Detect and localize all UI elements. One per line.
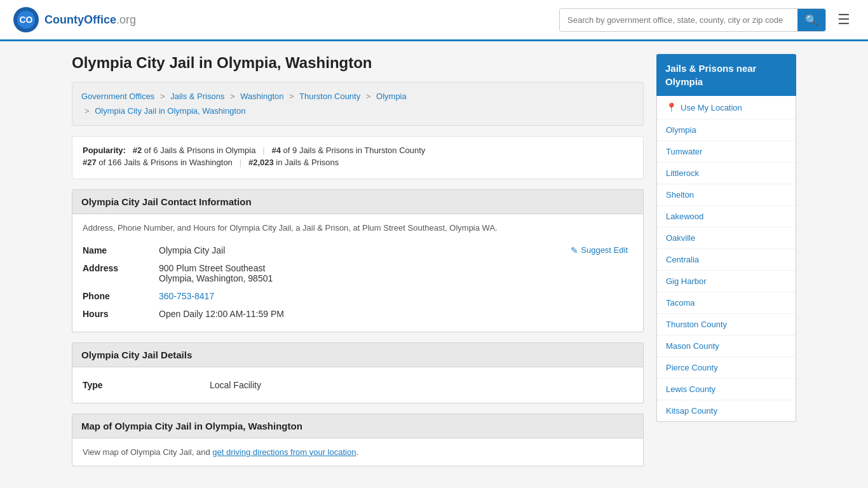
contact-info-card: Address, Phone Number, and Hours for Oly… [72, 214, 644, 332]
breadcrumb-olympia[interactable]: Olympia [376, 92, 407, 101]
pop-rank-1: #2 [133, 146, 142, 155]
details-section-header: Olympia City Jail Details [72, 342, 644, 367]
breadcrumb-washington[interactable]: Washington [240, 92, 283, 101]
map-description: View map of Olympia City Jail, and get d… [83, 447, 633, 457]
breadcrumb-government-offices[interactable]: Government Offices [81, 92, 154, 101]
name-value: Olympia City Jail ✎ Suggest Edit [159, 241, 633, 259]
breadcrumb-thurston-county[interactable]: Thurston County [299, 92, 360, 101]
svg-text:CO: CO [20, 15, 33, 25]
sidebar-item-centralia: Centralia [657, 249, 796, 271]
phone-value: 360-753-8417 [159, 287, 633, 305]
map-section-header: Map of Olympia City Jail in Olympia, Was… [72, 414, 644, 438]
suggest-edit-icon: ✎ [571, 245, 578, 255]
contact-description: Address, Phone Number, and Hours for Oly… [83, 223, 633, 233]
use-location-link[interactable]: Use My Location [681, 103, 742, 112]
sidebar-item-pierce-county: Pierce County [657, 357, 796, 379]
pop-rank-2: #4 [272, 146, 281, 155]
type-label: Type [83, 376, 210, 394]
sidebar-item-shelton: Shelton [657, 184, 796, 206]
directions-link[interactable]: get driving directions from your locatio… [212, 447, 356, 457]
breadcrumb-current[interactable]: Olympia City Jail in Olympia, Washington [95, 106, 245, 116]
logo-text: CountyOffice.org [44, 13, 136, 27]
search-input[interactable] [560, 10, 797, 30]
breadcrumb: Government Offices > Jails & Prisons > W… [72, 82, 644, 126]
sidebar-item-thurston-county: Thurston County [657, 314, 796, 336]
table-row: Phone 360-753-8417 [83, 287, 633, 305]
hours-value: Open Daily 12:00 AM-11:59 PM [159, 305, 633, 323]
search-bar: 🔍 [559, 8, 826, 32]
contact-section-header: Olympia City Jail Contact Information [72, 189, 644, 214]
pop-of-3: of 166 Jails & Prisons in Washington [98, 158, 233, 167]
sidebar-item-lakewood: Lakewood [657, 206, 796, 227]
page-title: Olympia City Jail in Olympia, Washington [72, 54, 644, 72]
suggest-edit-link[interactable]: ✎ Suggest Edit [571, 245, 628, 255]
header-right: 🔍 ☰ [559, 8, 855, 32]
sidebar-item-olympia: Olympia [657, 119, 796, 141]
sidebar-item-tumwater: Tumwater [657, 141, 796, 163]
pop-rank-4: #2,023 [248, 158, 274, 167]
sidebar-item-littlerock: Littlerock [657, 163, 796, 184]
site-header: CO CountyOffice.org 🔍 ☰ [0, 0, 868, 41]
address-value: 900 Plum Street Southeast Olympia, Washi… [159, 259, 633, 287]
phone-label: Phone [83, 287, 159, 305]
map-card: View map of Olympia City Jail, and get d… [72, 438, 644, 466]
type-value: Local Facility [210, 376, 633, 394]
table-row: Hours Open Daily 12:00 AM-11:59 PM [83, 305, 633, 323]
sidebar-item-lewis-county: Lewis County [657, 379, 796, 400]
details-card: Type Local Facility [72, 367, 644, 403]
table-row: Address 900 Plum Street Southeast Olympi… [83, 259, 633, 287]
table-row: Name Olympia City Jail ✎ Suggest Edit [83, 241, 633, 259]
pop-of-2: of 9 Jails & Prisons in Thurston County [283, 146, 426, 155]
name-label: Name [83, 241, 159, 259]
address-label: Address [83, 259, 159, 287]
logo-icon: CO [13, 6, 39, 33]
sidebar-header: Jails & Prisons near Olympia [656, 54, 796, 96]
pop-of-1: of 6 Jails & Prisons in Olympia [144, 146, 256, 155]
table-row: Type Local Facility [83, 376, 633, 394]
page-container: Olympia City Jail in Olympia, Washington… [59, 41, 809, 479]
breadcrumb-jails-prisons[interactable]: Jails & Prisons [170, 92, 224, 101]
sidebar-item-tacoma: Tacoma [657, 292, 796, 314]
sidebar-item-oakville: Oakville [657, 227, 796, 249]
popularity-label: Popularity: [83, 146, 126, 155]
sidebar-item-kitsap-county: Kitsap County [657, 400, 796, 421]
location-pin-icon: 📍 [666, 102, 677, 112]
contact-table: Name Olympia City Jail ✎ Suggest Edit Ad… [83, 241, 633, 323]
menu-button[interactable]: ☰ [832, 9, 855, 30]
sidebar-item-gig-harbor: Gig Harbor [657, 271, 796, 292]
sidebar-item-mason-county: Mason County [657, 336, 796, 357]
pop-of-4: in Jails & Prisons [276, 158, 339, 167]
details-table: Type Local Facility [83, 376, 633, 394]
search-button[interactable]: 🔍 [797, 9, 825, 31]
phone-link[interactable]: 360-753-8417 [159, 291, 214, 301]
sidebar-body: 📍 Use My Location Olympia Tumwater Littl… [656, 96, 796, 422]
pop-rank-3: #27 [83, 158, 97, 167]
sidebar: Jails & Prisons near Olympia 📍 Use My Lo… [656, 54, 796, 466]
main-content: Olympia City Jail in Olympia, Washington… [72, 54, 644, 466]
popularity-section: Popularity: #2 of 6 Jails & Prisons in O… [72, 136, 644, 179]
logo-area: CO CountyOffice.org [13, 6, 136, 33]
hours-label: Hours [83, 305, 159, 323]
sidebar-use-location: 📍 Use My Location [657, 96, 796, 119]
